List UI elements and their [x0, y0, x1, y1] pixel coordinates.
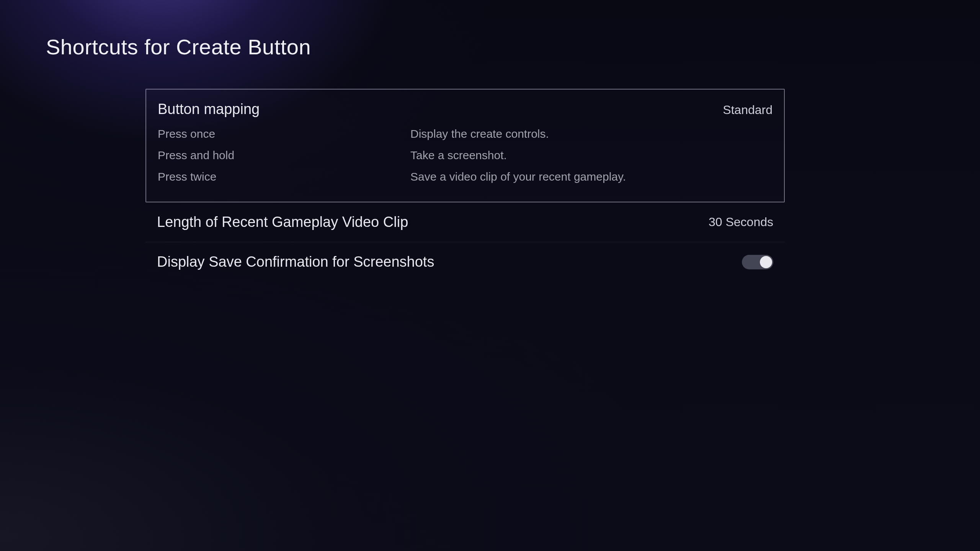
- button-mapping-card[interactable]: Button mapping Standard Press once Displ…: [145, 89, 785, 202]
- button-mapping-label: Button mapping: [158, 101, 260, 117]
- clip-length-value: 30 Seconds: [709, 215, 773, 229]
- save-confirmation-toggle[interactable]: [742, 255, 773, 269]
- settings-panel: Button mapping Standard Press once Displ…: [145, 89, 785, 282]
- button-mapping-value: Standard: [723, 103, 773, 117]
- save-confirmation-label: Display Save Confirmation for Screenshot…: [157, 254, 434, 270]
- mapping-result: Display the create controls.: [410, 127, 773, 140]
- button-mapping-grid: Press once Display the create controls. …: [158, 127, 773, 183]
- toggle-knob: [760, 256, 772, 268]
- mapping-action: Press once: [158, 127, 410, 140]
- save-confirmation-row[interactable]: Display Save Confirmation for Screenshot…: [145, 242, 785, 282]
- mapping-action: Press twice: [158, 170, 410, 183]
- clip-length-label: Length of Recent Gameplay Video Clip: [157, 214, 408, 230]
- mapping-result: Save a video clip of your recent gamepla…: [410, 170, 773, 183]
- page-title: Shortcuts for Create Button: [46, 34, 311, 59]
- mapping-result: Take a screenshot.: [410, 149, 773, 162]
- clip-length-row[interactable]: Length of Recent Gameplay Video Clip 30 …: [145, 202, 785, 242]
- mapping-action: Press and hold: [158, 149, 410, 162]
- button-mapping-header: Button mapping Standard: [158, 101, 773, 117]
